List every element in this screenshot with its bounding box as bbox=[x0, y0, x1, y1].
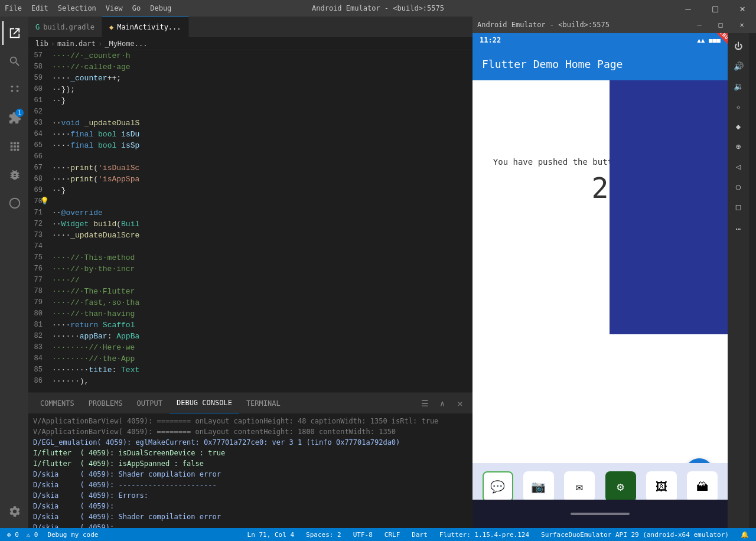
warning-count: 0 bbox=[34, 531, 38, 539]
emulator-window-controls[interactable]: — □ ✕ bbox=[690, 18, 751, 31]
panel-content[interactable]: V/ApplicationBarView( 4059): ======== on… bbox=[28, 413, 472, 528]
app-mail[interactable]: ✉ bbox=[564, 471, 595, 502]
breadcrumb-file[interactable]: main.dart bbox=[57, 40, 96, 48]
status-right: Ln 71, Col 4 Spaces: 2 UTF-8 CRLF Dart F… bbox=[245, 531, 751, 539]
debug-ribbon: DEBUG bbox=[709, 33, 728, 50]
app-messages[interactable]: 💬 bbox=[483, 471, 513, 502]
app-gallery[interactable]: 🖼 bbox=[646, 471, 677, 502]
minimize-button[interactable]: — bbox=[674, 0, 702, 17]
app-settings[interactable]: ⚙ bbox=[605, 471, 636, 502]
code-content: 57 ····//·_counter·h 58 ····//·called·ag… bbox=[28, 50, 472, 387]
activity-git[interactable] bbox=[2, 191, 26, 215]
window-controls[interactable]: — □ ✕ bbox=[674, 0, 756, 17]
menu-bar[interactable]: File Edit Selection View Go Debug bbox=[5, 4, 171, 12]
app-bar: Flutter Demo Home Page bbox=[472, 47, 728, 80]
panel-close-btn[interactable]: ✕ bbox=[452, 396, 468, 411]
tab-problems[interactable]: PROBLEMS bbox=[82, 393, 130, 413]
status-line-col[interactable]: Ln 71, Col 4 bbox=[245, 531, 296, 539]
activity-settings[interactable] bbox=[2, 500, 26, 523]
dart-icon: ◆ bbox=[109, 23, 113, 31]
code-line-64: 64 ····final bool isDu bbox=[28, 129, 472, 140]
tab-output[interactable]: OUTPUT bbox=[130, 393, 170, 413]
menu-go[interactable]: Go bbox=[132, 4, 141, 12]
status-line-ending[interactable]: CRLF bbox=[382, 531, 403, 539]
code-line-75: 75 ····//·This·method bbox=[28, 252, 472, 263]
menu-debug[interactable]: Debug bbox=[150, 4, 171, 12]
title-bar: File Edit Selection View Go Debug Androi… bbox=[0, 0, 756, 17]
close-button[interactable]: ✕ bbox=[729, 0, 756, 17]
activity-extensions[interactable]: 1 bbox=[2, 106, 26, 130]
menu-view[interactable]: View bbox=[106, 4, 123, 12]
activity-source-control[interactable] bbox=[2, 78, 26, 102]
emulator-panel: Android Emulator - <build>:5575 — □ ✕ 11… bbox=[472, 17, 756, 528]
tab-terminal[interactable]: TERMINAL bbox=[239, 393, 288, 413]
emulator-title-bar: Android Emulator - <build>:5575 — □ ✕ bbox=[472, 17, 756, 33]
error-count: 0 bbox=[15, 531, 19, 539]
status-spaces[interactable]: Spaces: 2 bbox=[304, 531, 344, 539]
gradle-icon: G bbox=[35, 23, 40, 31]
panel-tabs: COMMENTS PROBLEMS OUTPUT DEBUG CONSOLE T… bbox=[28, 393, 472, 413]
extensions-badge: 1 bbox=[15, 109, 24, 117]
emu-zoom-btn[interactable]: ⊕ bbox=[730, 138, 747, 155]
panel-expand-btn[interactable]: ∧ bbox=[435, 396, 450, 411]
code-line-85: 85 ········title: Text bbox=[28, 364, 472, 376]
status-language[interactable]: Dart bbox=[409, 531, 430, 539]
code-line-78: 78 ····//·The·Flutter bbox=[28, 286, 472, 297]
emu-rotate-btn[interactable]: ⬦ bbox=[730, 98, 747, 115]
menu-selection[interactable]: Selection bbox=[58, 4, 96, 12]
tab-debug-console[interactable]: DEBUG CONSOLE bbox=[170, 393, 239, 413]
activity-run[interactable] bbox=[2, 135, 26, 158]
home-indicator bbox=[571, 513, 630, 515]
window-title: Android Emulator - <build>:5575 bbox=[312, 4, 444, 12]
status-device[interactable]: SurfaceDuoEmulator API 29 (android-x64 e… bbox=[539, 531, 731, 539]
emu-screenshot-btn[interactable]: ◆ bbox=[730, 118, 747, 135]
code-line-67: 67 ····print('isDualSc bbox=[28, 162, 472, 174]
activity-debug[interactable] bbox=[2, 163, 26, 187]
status-debug[interactable]: Debug my code bbox=[45, 531, 100, 539]
second-screen bbox=[610, 80, 728, 334]
emu-volume-up-btn[interactable]: 🔊 bbox=[730, 58, 747, 74]
bottom-panel: COMMENTS PROBLEMS OUTPUT DEBUG CONSOLE T… bbox=[28, 392, 472, 528]
breadcrumb-class[interactable]: _MyHome... bbox=[105, 40, 147, 48]
code-line-58: 58 ····//·called·age bbox=[28, 61, 472, 73]
log-line-1: V/ApplicationBarView( 4059): ======== on… bbox=[33, 426, 468, 437]
emu-power-btn[interactable]: ⏻ bbox=[730, 38, 747, 54]
warning-icon: ⚠ bbox=[27, 531, 31, 539]
tab-mainactivity-label: MainActivity... bbox=[117, 23, 181, 31]
tab-gradle[interactable]: G build.gradle bbox=[28, 17, 102, 37]
code-line-79: 79 ····//·fast,·so·tha bbox=[28, 297, 472, 308]
code-line-83: 83 ········//·Here·we bbox=[28, 342, 472, 353]
code-line-76: 76 ····//·by·the·incr bbox=[28, 263, 472, 275]
status-errors[interactable]: ⊗ 0 ⚠ 0 bbox=[5, 531, 40, 539]
maximize-button[interactable]: □ bbox=[702, 0, 729, 17]
emu-minimize[interactable]: — bbox=[690, 18, 709, 31]
menu-file[interactable]: File bbox=[5, 4, 22, 12]
menu-edit[interactable]: Edit bbox=[31, 4, 48, 12]
status-encoding[interactable]: UTF-8 bbox=[351, 531, 375, 539]
tab-mainactivity[interactable]: ◆ MainActivity... bbox=[102, 17, 189, 37]
code-line-62: 62 bbox=[28, 106, 472, 118]
panel-list-btn[interactable]: ☰ bbox=[417, 396, 432, 411]
app-photos[interactable]: 🏔 bbox=[687, 471, 718, 502]
emu-maximize[interactable]: □ bbox=[711, 18, 730, 31]
tab-comments[interactable]: COMMENTS bbox=[33, 393, 82, 413]
tab-gradle-label: build.gradle bbox=[43, 23, 94, 31]
emu-volume-down-btn[interactable]: 🔉 bbox=[730, 78, 747, 94]
code-editor[interactable]: 57 ····//·_counter·h 58 ····//·called·ag… bbox=[28, 50, 472, 392]
app-camera[interactable]: 📷 bbox=[523, 471, 554, 502]
status-notification-bell[interactable]: 🔔 bbox=[738, 531, 751, 539]
emu-more-btn[interactable]: … bbox=[730, 219, 747, 235]
log-line-8: D/skia ( 4059): bbox=[33, 501, 468, 511]
activity-search[interactable] bbox=[2, 50, 26, 73]
emu-recents-btn[interactable]: □ bbox=[730, 198, 747, 215]
phone-time: 11:22 bbox=[480, 36, 501, 44]
code-line-71: 71 ··@override bbox=[28, 207, 472, 219]
log-line-7: D/skia ( 4059): Errors: bbox=[33, 490, 468, 501]
breadcrumb-lib[interactable]: lib bbox=[35, 40, 48, 48]
code-line-74: 74 bbox=[28, 241, 472, 252]
status-flutter[interactable]: Flutter: 1.15.4-pre.124 bbox=[437, 531, 532, 539]
activity-explorer[interactable] bbox=[2, 21, 26, 45]
emu-home-btn[interactable]: ○ bbox=[730, 178, 747, 195]
emu-back-btn[interactable]: ◁ bbox=[730, 158, 747, 175]
emu-close[interactable]: ✕ bbox=[732, 18, 751, 31]
